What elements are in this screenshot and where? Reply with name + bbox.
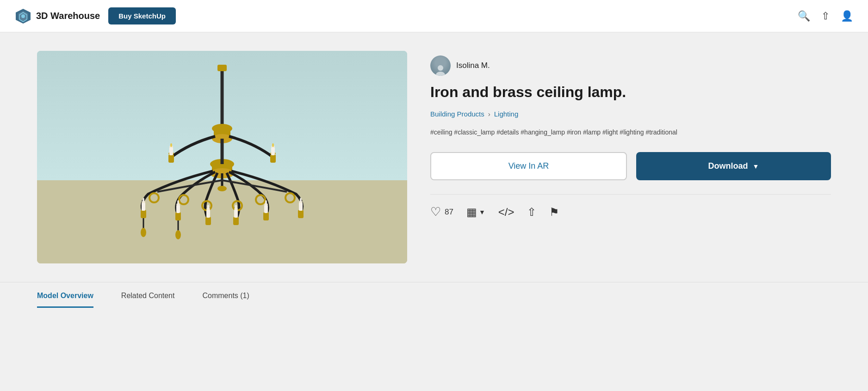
svg-rect-30 [141, 210, 146, 218]
collection-icon: ▦ [466, 206, 477, 219]
share-icon[interactable]: ⇧ [527, 206, 536, 219]
download-label: Download [708, 161, 748, 171]
svg-rect-39 [206, 209, 210, 218]
model-image-container [37, 51, 407, 263]
logo-area: 3D Warehouse [15, 8, 100, 24]
bottom-tabs: Model Overview Related Content Comments … [0, 282, 868, 308]
avatar-figure [434, 64, 446, 76]
svg-rect-22 [169, 147, 173, 155]
logo-icon [15, 8, 31, 24]
svg-point-33 [143, 198, 144, 202]
model-image [37, 51, 407, 263]
header: 3D Warehouse Buy SketchUp 🔍 ⇧ 👤 [0, 0, 868, 32]
embed-icon[interactable]: </> [498, 206, 515, 219]
chandelier-svg [37, 51, 407, 263]
main-content: Isolina M. Iron and brass ceiling lamp. … [0, 32, 868, 282]
like-area[interactable]: ♡ 87 [430, 205, 453, 219]
svg-point-55 [141, 228, 146, 237]
header-left: 3D Warehouse Buy SketchUp [15, 7, 176, 24]
svg-point-59 [217, 186, 227, 191]
view-in-ar-button[interactable]: View In AR [430, 152, 627, 180]
svg-point-60 [438, 65, 443, 71]
svg-rect-43 [234, 209, 238, 218]
svg-rect-51 [299, 202, 303, 211]
flag-icon[interactable]: ⚑ [549, 206, 559, 219]
upload-icon[interactable]: ⇧ [821, 10, 830, 22]
breadcrumb: Building Products › Lighting [430, 110, 831, 118]
svg-rect-38 [205, 217, 211, 225]
svg-rect-4 [37, 180, 407, 263]
svg-rect-5 [217, 65, 227, 71]
download-chevron-icon: ▼ [753, 163, 759, 170]
svg-rect-25 [270, 154, 276, 163]
model-title: Iron and brass ceiling lamp. [430, 83, 831, 101]
svg-point-57 [175, 230, 181, 239]
svg-rect-31 [142, 202, 145, 211]
collection-chevron-icon: ▼ [479, 208, 485, 216]
svg-point-41 [207, 205, 209, 209]
tags: #ceiling #classic_lamp #details #hanging… [430, 127, 831, 138]
svg-rect-50 [298, 210, 304, 218]
breadcrumb-parent[interactable]: Building Products [430, 110, 484, 118]
user-icon[interactable]: 👤 [841, 10, 853, 22]
interaction-row: ♡ 87 ▦ ▼ </> ⇧ ⚑ [430, 205, 831, 219]
breadcrumb-child[interactable]: Lighting [494, 110, 519, 118]
like-count: 87 [445, 208, 453, 217]
svg-rect-42 [233, 217, 239, 225]
download-button[interactable]: Download ▼ [636, 152, 831, 180]
svg-point-61 [436, 72, 445, 76]
like-icon: ♡ [430, 205, 441, 219]
header-right: 🔍 ⇧ 👤 [798, 10, 853, 22]
svg-point-53 [300, 198, 302, 202]
action-buttons: View In AR Download ▼ [430, 152, 831, 180]
buy-sketchup-button[interactable]: Buy SketchUp [108, 7, 176, 24]
divider [430, 194, 831, 195]
model-details: Isolina M. Iron and brass ceiling lamp. … [430, 51, 831, 263]
svg-rect-34 [175, 212, 181, 220]
svg-rect-20 [168, 154, 174, 163]
svg-rect-35 [176, 205, 180, 213]
svg-point-49 [265, 200, 267, 205]
collection-area[interactable]: ▦ ▼ [466, 206, 485, 219]
svg-rect-27 [271, 147, 275, 155]
svg-point-2 [21, 14, 25, 18]
tab-related-content[interactable]: Related Content [121, 292, 175, 308]
svg-point-29 [272, 143, 274, 147]
avatar[interactable] [430, 55, 451, 76]
author-row: Isolina M. [430, 55, 831, 76]
svg-point-45 [235, 205, 237, 209]
logo-text: 3D Warehouse [36, 11, 100, 21]
tab-model-overview[interactable]: Model Overview [37, 292, 93, 308]
svg-point-24 [170, 143, 172, 147]
search-icon[interactable]: 🔍 [798, 10, 810, 22]
breadcrumb-separator: › [488, 110, 490, 118]
svg-point-37 [177, 200, 179, 205]
svg-rect-46 [263, 212, 269, 220]
author-name[interactable]: Isolina M. [456, 61, 490, 70]
tab-comments[interactable]: Comments (1) [202, 292, 249, 308]
svg-rect-47 [264, 205, 268, 213]
